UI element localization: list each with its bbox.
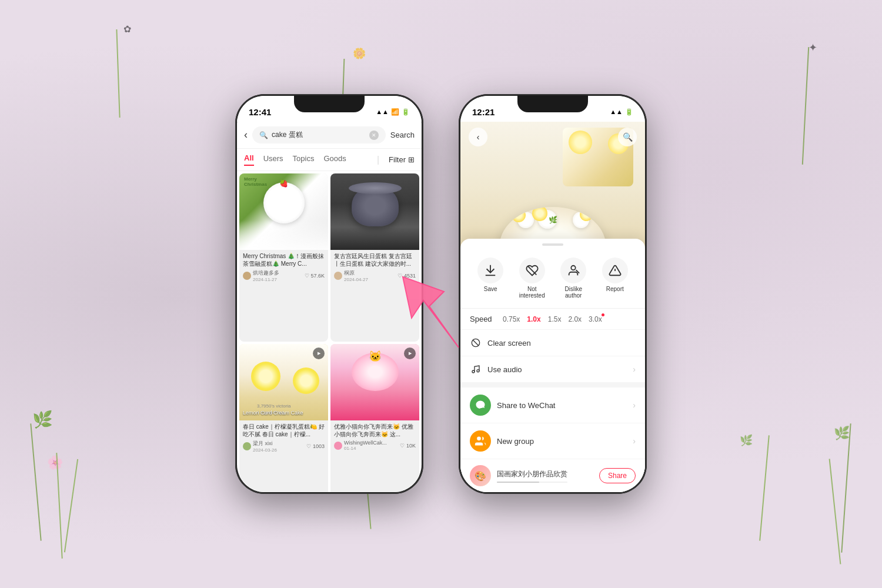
like-count-4: ♡ 10K [400,443,416,449]
author-name-2: 桐原 [344,269,368,277]
clear-screen-row[interactable]: Clear screen [460,330,645,356]
new-group-arrow: › [633,436,636,446]
speed-15x[interactable]: 1.5x [548,315,562,323]
speed-dot [602,313,604,316]
share-wechat-row[interactable]: Share to WeChat › [460,387,645,423]
wechat-label: Share to WeChat [497,401,633,410]
group-icon [470,430,491,452]
play-icon-3 [313,348,325,359]
search-text: cake 蛋糕 [272,130,303,140]
cake-image-1: MerryChristmas [239,173,328,250]
report-icon [602,258,628,283]
phone2: 12:21 ▲▲ 🔋 [459,94,647,494]
tab-goods[interactable]: Goods [323,154,346,165]
contact-progress [497,482,567,483]
not-interested-action[interactable]: Notinterested [519,258,545,299]
speed-2x[interactable]: 2.0x [568,315,582,323]
sheet-divider [460,383,645,387]
item-meta-2: 复古宫廷风生日蛋糕 复古宫廷丨生日蛋糕 建议大家做的时... 桐原 2024-0… [330,250,419,285]
content-grid: MerryChristmas Merry Christmas 🎄！漫画般抹茶雪融… [237,171,422,492]
back-button-detail[interactable]: ‹ [469,128,487,146]
search-button[interactable]: Search [390,131,415,139]
phone1-status-icons: ▲▲ 📶 🔋 [376,108,410,116]
contact-progress-fill [497,482,539,483]
grid-item-3[interactable]: 3,7950's victoria 4.signaturebak... Lemo… [239,344,328,492]
dislike-author-action[interactable]: Dislikeauthor [560,258,586,299]
action-icons-row: Save Notinterested [460,253,645,309]
save-icon [477,258,503,283]
dislike-author-icon [560,258,586,283]
item-author-2: 桐原 2024-04-27 [334,269,368,282]
phone2-notch [517,96,588,112]
bottom-sheet: Save Notinterested [460,239,645,492]
sheet-handle [542,243,563,246]
item-author-row-1: 烘培趣多多 2024-11-27 ♡ 57.6K [243,269,325,282]
item-title-2: 复古宫廷风生日蛋糕 复古宫廷丨生日蛋糕 建议大家做的时... [334,252,416,268]
author-avatar-4 [334,442,342,450]
save-label: Save [484,286,497,292]
tab-all[interactable]: All [244,153,254,166]
speed-options: 0.75x 1.0x 1.5x 2.0x 3.0x [503,315,602,323]
share-button[interactable]: Share [599,468,636,483]
grid-item-2[interactable]: 复古宫廷风生日蛋糕 复古宫廷丨生日蛋糕 建议大家做的时... 桐原 2024-0… [330,173,419,342]
new-group-row[interactable]: New group › [460,423,645,459]
author-avatar-1 [243,272,251,280]
search-bar[interactable]: 🔍 cake 蛋糕 ✕ [252,126,386,143]
save-action[interactable]: Save [477,258,503,299]
speed-3x[interactable]: 3.0x [589,315,602,323]
use-audio-text: Use audio [487,365,633,374]
contact-avatar: 🎨 [470,465,491,486]
not-interested-label: Notinterested [519,286,545,299]
speed-row: Speed 0.75x 1.0x 1.5x 2.0x 3.0x [460,309,645,330]
report-action[interactable]: Report [602,258,628,299]
search-button-detail[interactable]: 🔍 [618,128,637,146]
author-date-2: 2024-04-27 [344,277,368,282]
svg-point-1 [572,266,576,270]
speed-1x[interactable]: 1.0x [527,315,540,323]
play-icon-4 [404,348,416,359]
phone1-notch [294,96,365,112]
like-count-1: ♡ 57.6K [305,273,325,279]
tab-users[interactable]: Users [263,154,283,165]
phone1: 12:41 ▲▲ 📶 🔋 ‹ 🔍 cake 蛋糕 ✕ Search [235,94,423,494]
item-author-1: 烘培趣多多 2024-11-27 [243,269,279,282]
speed-075[interactable]: 0.75x [503,315,520,323]
author-date-3: 2024-03-26 [253,447,277,453]
search-icon: 🔍 [259,131,268,139]
dislike-author-label: Dislikeauthor [565,286,582,299]
filter-tabs: All Users Topics Goods | Filter ⊞ [237,149,422,171]
item-title-1: Merry Christmas 🎄！漫画般抹茶雪融蛋糕🎄 Merry C... [243,252,325,268]
item-title-4: 优雅小猫向你飞奔而来🐱 优雅小猫向你飞奔而来🐱 这... [334,423,416,438]
grid-item-1[interactable]: MerryChristmas Merry Christmas 🎄！漫画般抹茶雪融… [239,173,328,342]
back-button[interactable]: ‹ [244,129,248,141]
clear-search-button[interactable]: ✕ [369,131,379,140]
svg-point-9 [477,437,481,441]
battery-icon: 🔋 [402,108,410,116]
item-meta-3: 春日 cake｜柠檬凝乳蛋糕🍋 好吃不腻 春日 cake｜柠檬... 梁月 xi… [239,420,328,455]
not-interested-icon [519,258,545,283]
new-group-label: New group [497,437,633,446]
item-author-row-3: 梁月 xixi 2024-03-26 ♡ 1003 [243,440,325,453]
wifi-icon: ▲▲ [376,108,389,115]
use-audio-row[interactable]: Use audio › [460,356,645,383]
tab-topics[interactable]: Topics [293,154,315,165]
phone1-time: 12:41 [249,107,271,117]
author-name-4: WishingWellCak... [344,440,387,446]
phone2-status-icons: ▲▲ 🔋 [610,108,633,116]
contact-row: 🎨 国画家刘小朋作品欣赏 Share [460,459,645,492]
wechat-arrow: › [633,400,636,410]
author-avatar-3 [243,442,251,450]
battery-icon-2: 🔋 [625,108,633,116]
svg-point-7 [472,370,475,373]
wechat-icon [470,395,491,416]
author-name-3: 梁月 xixi [253,440,277,447]
like-count-2: ♡ 4531 [397,273,416,279]
filter-divider: | [377,155,379,165]
item-author-row-2: 桐原 2024-04-27 ♡ 4531 [334,269,416,282]
grid-item-4[interactable]: 🐱 优雅小猫向你飞奔而来🐱 优雅小猫向你飞奔而来🐱 这... WishingWe… [330,344,419,492]
filter-button[interactable]: Filter ⊞ [389,155,415,164]
contact-name: 国画家刘小朋作品欣赏 [497,469,599,479]
signal-icon: 📶 [391,108,399,116]
speed-label: Speed [470,315,496,323]
cake-image-3: 3,7950's victoria 4.signaturebak... Lemo… [239,344,328,420]
